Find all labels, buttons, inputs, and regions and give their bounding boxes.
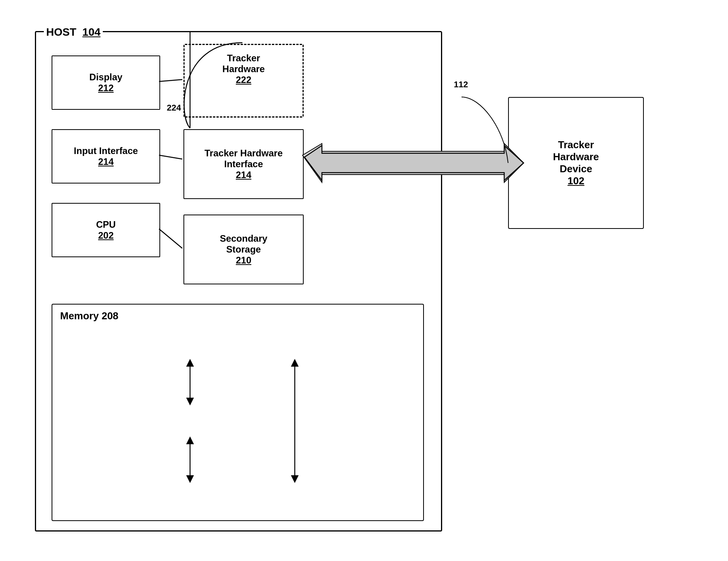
diagram: HOST 104 Display 212 Input Interface 214… <box>23 19 702 547</box>
tracker-device-number: 102 <box>567 175 584 187</box>
secondary-storage-box: Secondary Storage 210 <box>183 215 304 284</box>
input-interface-label: Input Interface <box>74 145 138 156</box>
cpu-number: 202 <box>98 230 114 241</box>
tracker-device-box: Tracker Hardware Device 102 <box>508 97 644 229</box>
tracker-hw-interface-box: Tracker Hardware Interface 214 <box>183 129 304 199</box>
display-label: Display <box>89 72 122 83</box>
label-224: 224 <box>167 103 181 113</box>
memory-label: Memory 208 <box>60 310 118 322</box>
memory-box: Memory 208 Operating System 216 Position… <box>52 304 424 521</box>
cpu-label: CPU <box>96 219 116 230</box>
display-box: Display 212 <box>52 55 160 110</box>
input-interface-number: 214 <box>98 156 114 167</box>
host-box: HOST 104 Display 212 Input Interface 214… <box>35 31 442 532</box>
input-interface-box: Input Interface 214 <box>52 129 160 184</box>
cpu-box: CPU 202 <box>52 203 160 257</box>
label-112: 112 <box>454 80 468 90</box>
tracker-hw-label: Tracker Hardware 222 <box>185 53 303 85</box>
display-number: 212 <box>98 83 114 94</box>
host-label: HOST 104 <box>44 26 103 38</box>
tracker-hw-dashed-box: Tracker Hardware 222 <box>183 44 304 118</box>
